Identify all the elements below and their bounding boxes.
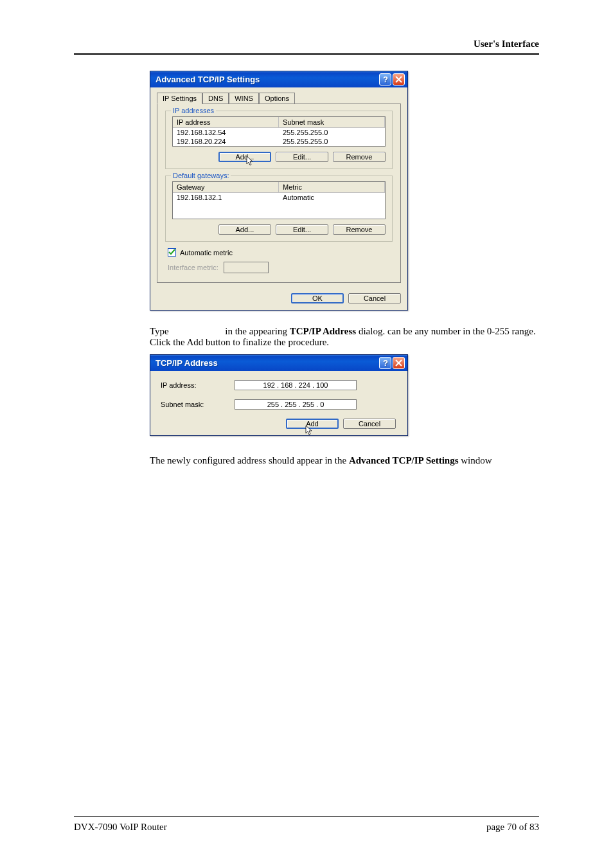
subnet-mask-input[interactable]: 255 . 255 . 255 . 0 xyxy=(235,399,357,410)
window-title: Advanced TCP/IP Settings xyxy=(155,75,260,84)
close-icon[interactable] xyxy=(393,73,405,86)
gateway-list[interactable]: Gateway Metric 192.168.132.1 Automatic xyxy=(172,181,386,219)
svg-text:?: ? xyxy=(383,359,388,367)
advanced-tcpip-dialog: Advanced TCP/IP Settings ? IP Settings D… xyxy=(150,71,408,311)
titlebar[interactable]: Advanced TCP/IP Settings ? xyxy=(150,71,407,87)
add-button[interactable]: Add xyxy=(286,419,339,429)
remove-button[interactable]: Remove xyxy=(333,152,386,162)
footer-product: DVX-7090 VoIP Router xyxy=(74,822,167,833)
add-button[interactable]: Add... xyxy=(218,224,271,235)
subnet-mask-label: Subnet mask: xyxy=(161,401,235,408)
close-icon[interactable] xyxy=(393,357,405,369)
cell-metric: Automatic xyxy=(279,193,385,202)
list-row[interactable]: 192.168.20.224 255.255.255.0 xyxy=(173,137,385,146)
tab-wins[interactable]: WINS xyxy=(229,93,259,104)
page-footer: DVX-7090 VoIP Router page 70 of 83 xyxy=(74,816,539,833)
group-title: Default gateways: xyxy=(171,172,231,179)
cell-ip: 192.168.20.224 xyxy=(173,137,279,146)
window-title: TCP/IP Address xyxy=(155,358,218,368)
col-metric: Metric xyxy=(279,182,385,193)
list-row[interactable]: 192.168.132.54 255.255.255.0 xyxy=(173,128,385,137)
tab-dns[interactable]: DNS xyxy=(202,93,229,104)
cursor-icon xyxy=(305,425,314,437)
edit-button[interactable]: Edit... xyxy=(276,152,328,162)
tab-ip-settings[interactable]: IP Settings xyxy=(157,93,202,104)
cell-gateway: 192.168.132.1 xyxy=(173,193,279,202)
help-icon[interactable]: ? xyxy=(379,73,391,86)
edit-button[interactable]: Edit... xyxy=(276,224,328,235)
titlebar[interactable]: TCP/IP Address ? xyxy=(150,355,407,371)
col-mask: Subnet mask xyxy=(279,117,385,128)
list-row[interactable]: 192.168.132.1 Automatic xyxy=(173,193,385,202)
default-gateways-group: Default gateways: Gateway Metric 192.168… xyxy=(165,176,393,242)
cell-mask: 255.255.255.0 xyxy=(279,137,385,146)
ip-addresses-group: IP addresses IP address Subnet mask 192.… xyxy=(165,111,393,169)
ip-list[interactable]: IP address Subnet mask 192.168.132.54 25… xyxy=(172,116,386,147)
check-icon xyxy=(168,249,175,256)
interface-metric-label: Interface metric: xyxy=(168,264,218,271)
automatic-metric-label: Automatic metric xyxy=(180,249,233,257)
instruction-text-2: The newly configured address should appe… xyxy=(150,455,538,466)
instruction-text-1: Type in the appearing TCP/IP Address dia… xyxy=(150,326,538,348)
ok-button[interactable]: OK xyxy=(291,293,344,303)
tab-panel: IP addresses IP address Subnet mask 192.… xyxy=(157,104,401,283)
ip-address-label: IP address: xyxy=(161,381,235,389)
remove-button[interactable]: Remove xyxy=(333,224,386,235)
interface-metric-input xyxy=(224,262,269,273)
cell-mask: 255.255.255.0 xyxy=(279,128,385,137)
automatic-metric-checkbox[interactable] xyxy=(168,248,176,257)
help-icon[interactable]: ? xyxy=(379,357,391,369)
cursor-icon xyxy=(246,156,255,167)
col-ip: IP address xyxy=(173,117,279,128)
add-button[interactable]: Add... xyxy=(218,152,271,162)
tcpip-address-dialog: TCP/IP Address ? IP address: 192 . 168 .… xyxy=(150,354,408,436)
ip-address-input[interactable]: 192 . 168 . 224 . 100 xyxy=(235,380,357,390)
cell-ip: 192.168.132.54 xyxy=(173,128,279,137)
tab-options[interactable]: Options xyxy=(259,93,295,104)
col-gateway: Gateway xyxy=(173,182,279,193)
cancel-button[interactable]: Cancel xyxy=(343,419,396,429)
group-title: IP addresses xyxy=(171,107,216,114)
tabs: IP Settings DNS WINS Options xyxy=(157,93,401,104)
page-header: User's Interface xyxy=(74,39,539,55)
svg-text:?: ? xyxy=(383,75,388,84)
cancel-button[interactable]: Cancel xyxy=(348,293,401,303)
footer-page: page 70 of 83 xyxy=(486,822,539,833)
